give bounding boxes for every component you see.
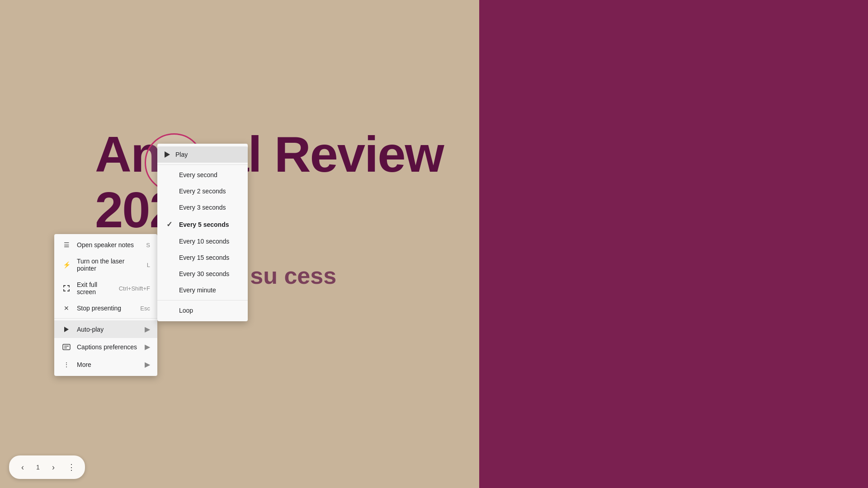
submenu-play-button[interactable]: Play — [157, 146, 248, 163]
menu-item-exit-fullscreen[interactable]: Exit full screen Ctrl+Shift+F — [54, 277, 157, 300]
slide-right-panel — [479, 0, 868, 488]
menu-item-laser-pointer[interactable]: ⚡ Turn on the laser pointer L — [54, 253, 157, 277]
menu-shortcut-speaker-notes: S — [146, 242, 150, 249]
more-icon: ⋮ — [61, 361, 71, 368]
auto-play-arrow-icon: ▶ — [145, 325, 150, 333]
submenu-item-every-30-seconds[interactable]: Every 30 seconds — [157, 266, 248, 282]
submenu-item-every-minute[interactable]: Every minute — [157, 282, 248, 298]
auto-play-icon — [61, 326, 71, 333]
prev-slide-button[interactable]: ‹ — [14, 459, 31, 475]
menu-item-more[interactable]: ⋮ More ▶ — [54, 356, 157, 373]
play-triangle-submenu-icon — [165, 151, 170, 158]
menu-label-exit-fullscreen: Exit full screen — [77, 281, 115, 296]
laser-pointer-icon: ⚡ — [61, 261, 71, 268]
next-slide-button[interactable]: › — [45, 459, 61, 475]
submenu-divider-top — [157, 164, 248, 165]
submenu-item-every-10-seconds[interactable]: Every 10 seconds — [157, 233, 248, 249]
context-menu: ☰ Open speaker notes S ⚡ Turn on the las… — [54, 234, 157, 376]
svg-marker-0 — [64, 327, 69, 332]
submenu-divider-bottom — [157, 300, 248, 300]
autoplay-submenu: Play Every second Every 2 seconds Every … — [157, 144, 248, 321]
menu-label-captions-preferences: Captions preferences — [77, 343, 143, 351]
bottom-toolbar: ‹ 1 › ⋮ — [9, 455, 85, 479]
submenu-item-every-15-seconds[interactable]: Every 15 seconds — [157, 249, 248, 266]
menu-item-auto-play[interactable]: Auto-play ▶ — [54, 320, 157, 338]
stop-presenting-icon: ✕ — [61, 305, 71, 312]
menu-item-stop-presenting[interactable]: ✕ Stop presenting Esc — [54, 300, 157, 316]
slide-title: Annual Review 202 — [95, 127, 443, 238]
more-options-button[interactable]: ⋮ — [63, 459, 80, 475]
menu-item-captions-preferences[interactable]: Captions preferences ▶ — [54, 338, 157, 356]
menu-shortcut-laser-pointer: L — [147, 262, 150, 268]
menu-label-speaker-notes: Open speaker notes — [77, 241, 142, 249]
menu-label-more: More — [77, 361, 143, 368]
menu-shortcut-stop-presenting: Esc — [140, 305, 150, 312]
submenu-item-every-second[interactable]: Every second — [157, 167, 248, 183]
captions-arrow-icon: ▶ — [145, 343, 150, 351]
submenu-item-every-3-seconds[interactable]: Every 3 seconds — [157, 199, 248, 216]
speaker-notes-icon: ☰ — [61, 241, 71, 249]
submenu-play-label: Play — [175, 151, 188, 158]
check-every-5-seconds-icon: ✓ — [166, 220, 175, 229]
menu-label-stop-presenting: Stop presenting — [77, 305, 137, 312]
menu-divider-1 — [54, 318, 157, 319]
submenu-item-every-2-seconds[interactable]: Every 2 seconds — [157, 183, 248, 199]
submenu-item-loop[interactable]: Loop — [157, 302, 248, 319]
submenu-item-every-5-seconds[interactable]: ✓ Every 5 seconds — [157, 216, 248, 233]
menu-label-laser-pointer: Turn on the laser pointer — [77, 258, 143, 272]
more-arrow-icon: ▶ — [145, 360, 150, 369]
menu-label-auto-play: Auto-play — [77, 326, 143, 333]
page-number: 1 — [33, 464, 43, 471]
svg-rect-1 — [63, 344, 70, 350]
menu-shortcut-exit-fullscreen: Ctrl+Shift+F — [119, 285, 150, 292]
exit-fullscreen-icon — [61, 285, 71, 292]
menu-item-speaker-notes[interactable]: ☰ Open speaker notes S — [54, 237, 157, 253]
captions-icon — [61, 344, 71, 350]
